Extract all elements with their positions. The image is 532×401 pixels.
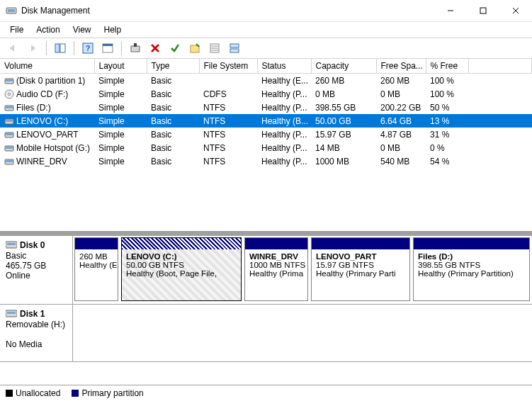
partition-bar	[312, 238, 409, 249]
volume-icon	[4, 157, 14, 166]
cell-layout: Simple	[94, 87, 147, 101]
partition-name: LENOVO_PART	[316, 252, 405, 261]
cell-capacity: 1000 MB	[311, 154, 376, 168]
partition-status: Healthy (EF	[79, 261, 113, 269]
cell-free: 0 MB	[376, 141, 426, 154]
svg-rect-36	[6, 160, 13, 162]
volume-name: Audio CD (F:)	[16, 89, 68, 99]
svg-rect-30	[6, 120, 13, 122]
partition-status: Healthy (Boot, Page File,	[126, 269, 237, 278]
partition-bar	[122, 238, 241, 249]
cell-layout: Simple	[94, 114, 147, 128]
partition-bar	[414, 238, 529, 249]
disk-label[interactable]: Disk 0Basic465.75 GBOnline	[0, 236, 73, 304]
top-bottom-view-icon[interactable]	[226, 40, 243, 57]
cell-type: Basic	[147, 128, 199, 141]
disk-row[interactable]: Disk 0Basic465.75 GBOnline260 MBHealthy …	[0, 236, 532, 305]
svg-rect-12	[131, 46, 140, 52]
help-icon[interactable]: ?	[79, 40, 96, 57]
svg-rect-13	[134, 43, 137, 47]
list-view-icon[interactable]	[206, 40, 223, 57]
volume-name: Files (D:)	[16, 103, 51, 113]
menu-view[interactable]: View	[67, 23, 97, 36]
cell-pct: 50 %	[426, 101, 468, 114]
table-row[interactable]: WINRE_DRVSimpleBasicNTFSHealthy (P...100…	[0, 154, 532, 168]
disk-state: Online	[6, 271, 67, 281]
menu-file[interactable]: File	[4, 23, 29, 36]
cell-capacity: 260 MB	[311, 74, 376, 88]
menu-help[interactable]: Help	[98, 23, 128, 36]
cell-free: 260 MB	[376, 74, 426, 88]
table-row[interactable]: LENOVO_PARTSimpleBasicNTFSHealthy (P...1…	[0, 128, 532, 141]
partition-size: 398.55 GB NTFS	[418, 261, 525, 269]
wizard-icon[interactable]	[186, 40, 203, 57]
properties-check-icon[interactable]	[166, 40, 183, 57]
disk-icon	[6, 309, 17, 320]
table-row[interactable]: LENOVO (C:)SimpleBasicNTFSHealthy (B...5…	[0, 114, 532, 128]
partition-size: 15.97 GB NTFS	[316, 261, 405, 269]
col-volume[interactable]: Volume	[0, 59, 94, 74]
partition-status: Healthy (Primary Parti	[316, 269, 405, 278]
table-row[interactable]: (Disk 0 partition 1)SimpleBasicHealthy (…	[0, 74, 532, 88]
col-status[interactable]: Status	[257, 59, 311, 74]
cell-type: Basic	[147, 114, 199, 128]
col-pct[interactable]: % Free	[426, 59, 468, 74]
cell-fs: NTFS	[199, 101, 257, 114]
partition-size: 260 MB	[79, 252, 113, 261]
explore-icon[interactable]	[127, 40, 144, 57]
table-row[interactable]: Mobile Hotspot (G:)SimpleBasicNTFSHealth…	[0, 141, 532, 154]
disk-type: Basic	[6, 251, 67, 261]
settings-icon[interactable]	[99, 40, 116, 57]
cell-pct: 54 %	[426, 154, 468, 168]
back-button[interactable]	[4, 40, 21, 57]
volume-icon	[4, 143, 14, 153]
disk-row[interactable]: Disk 1Removable (H:)No Media	[0, 305, 532, 362]
cell-pct: 0 %	[426, 141, 468, 154]
close-button[interactable]	[499, 0, 532, 21]
partition[interactable]: WINRE_DRV1000 MB NTFSHealthy (Prima	[244, 237, 308, 301]
partition[interactable]: 260 MBHealthy (EF	[74, 237, 118, 301]
disk-type: Removable (H:)	[6, 320, 67, 329]
cell-type: Basic	[147, 141, 199, 154]
partition[interactable]: Files (D:)398.55 GB NTFSHealthy (Primary…	[413, 237, 530, 301]
partition-bar	[75, 238, 118, 249]
cell-fs: NTFS	[199, 154, 257, 168]
partition[interactable]: LENOVO (C:)50.00 GB NTFSHealthy (Boot, P…	[121, 237, 242, 301]
menu-action[interactable]: Action	[30, 23, 65, 36]
col-free[interactable]: Free Spa...	[376, 59, 426, 74]
column-headers[interactable]: Volume Layout Type File System Status Ca…	[0, 59, 532, 74]
cell-fs	[199, 74, 257, 88]
graphical-view[interactable]: Disk 0Basic465.75 GBOnline260 MBHealthy …	[0, 232, 532, 385]
volume-icon	[4, 130, 14, 140]
window-controls	[434, 0, 532, 21]
show-hide-console-tree-icon[interactable]	[52, 40, 69, 57]
forward-button[interactable]	[24, 40, 41, 57]
delete-icon[interactable]	[147, 40, 164, 57]
svg-rect-7	[60, 44, 65, 52]
svg-rect-38	[7, 243, 16, 245]
volume-name: Mobile Hotspot (G:)	[16, 143, 90, 153]
svg-point-26	[8, 93, 10, 95]
swatch-black-icon	[6, 390, 13, 397]
svg-rect-40	[7, 312, 16, 314]
table-row[interactable]: Audio CD (F:)SimpleBasicCDFSHealthy (P..…	[0, 87, 532, 101]
toolbar: ?	[0, 38, 532, 59]
svg-rect-3	[480, 8, 486, 13]
maximize-button[interactable]	[467, 0, 499, 21]
col-layout[interactable]: Layout	[94, 59, 147, 74]
cell-status: Healthy (B...	[257, 114, 311, 128]
col-fs[interactable]: File System	[199, 59, 257, 74]
titlebar: Disk Management	[0, 0, 532, 22]
disk-icon	[6, 240, 17, 251]
col-type[interactable]: Type	[147, 59, 199, 74]
partition[interactable]: LENOVO_PART15.97 GB NTFSHealthy (Primary…	[311, 237, 410, 301]
svg-rect-21	[230, 44, 239, 47]
col-capacity[interactable]: Capacity	[311, 59, 376, 74]
svg-rect-34	[6, 147, 13, 149]
disk-label[interactable]: Disk 1Removable (H:)No Media	[0, 305, 73, 361]
cell-layout: Simple	[94, 141, 147, 154]
volume-list[interactable]: Volume Layout Type File System Status Ca…	[0, 59, 532, 232]
table-row[interactable]: Files (D:)SimpleBasicNTFSHealthy (P...39…	[0, 101, 532, 114]
minimize-button[interactable]	[434, 0, 467, 21]
disk-state: No Media	[6, 339, 67, 349]
